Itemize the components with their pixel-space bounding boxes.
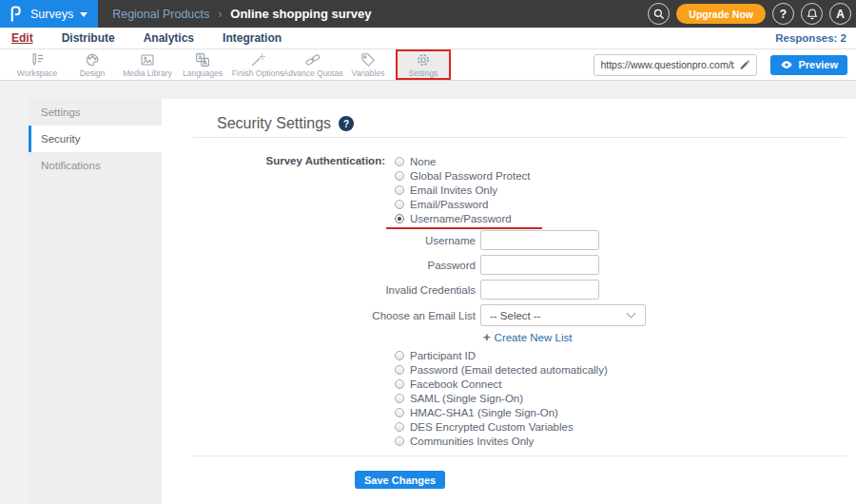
create-new-list-label: Create New List: [495, 332, 573, 343]
password-input[interactable]: [480, 255, 599, 275]
settings-icon: [416, 52, 431, 68]
page-title: Security Settings: [217, 115, 331, 132]
content-area: SettingsSecurityNotifications Security S…: [0, 81, 856, 504]
radio-icon: [395, 394, 404, 403]
survey-title: Online shopping survey: [230, 7, 371, 21]
avatar[interactable]: A: [829, 3, 851, 25]
radio-option-facebook-connect[interactable]: Facebook Connect: [395, 377, 856, 391]
save-row: Save Changes: [162, 471, 856, 489]
radio-option-label: Email/Password: [410, 199, 488, 210]
radio-option-email-invites-only[interactable]: Email Invites Only: [395, 183, 531, 197]
password-row: Password: [162, 255, 856, 275]
radio-icon: [395, 185, 404, 195]
tab-integration[interactable]: Integration: [223, 31, 282, 45]
chevron-down-icon: [626, 312, 636, 320]
radio-option-label: Communities Invites Only: [410, 436, 534, 447]
variables-icon: [360, 52, 376, 68]
security-form: Survey Authentication: NoneGlobal Passwo…: [162, 154, 856, 489]
invalid-credentials-row: Invalid Credentials: [162, 280, 856, 300]
plus-icon: +: [483, 333, 491, 342]
radio-option-des-encrypted-custom-variables[interactable]: DES Encrypted Custom Variables: [395, 419, 856, 434]
survey-url-input[interactable]: [600, 59, 734, 70]
toolbar-item-design[interactable]: Design: [65, 49, 120, 80]
toolbar-item-media-library[interactable]: Media Library: [120, 49, 175, 80]
toolbar-right: Preview: [593, 49, 856, 80]
sidebar-item-notifications[interactable]: Notifications: [29, 152, 162, 179]
email-list-label: Choose an Email List: [162, 310, 476, 321]
radio-option-label: Participant ID: [410, 350, 476, 361]
username-input[interactable]: [480, 230, 599, 250]
radio-option-global-password-protect[interactable]: Global Password Protect: [395, 168, 531, 183]
red-underline-annotation: [386, 227, 542, 230]
toolbar-item-languages[interactable]: Languages: [175, 49, 230, 80]
toolbar-item-label: Languages: [183, 68, 223, 78]
surveys-menu[interactable]: Surveys: [0, 0, 98, 28]
radio-option-email-password[interactable]: Email/Password: [395, 197, 531, 211]
edit-url-button[interactable]: [738, 59, 750, 71]
radio-option-saml-single-sign-on[interactable]: SAML (Single Sign-On): [395, 391, 856, 405]
upgrade-now-button[interactable]: Upgrade Now: [676, 4, 766, 24]
toolbar-item-finish-options[interactable]: Finish Options: [230, 49, 285, 80]
toolbar-item-label: Media Library: [123, 68, 172, 78]
toolbar-item-label: Finish Options: [232, 68, 283, 78]
save-changes-button[interactable]: Save Changes: [355, 471, 445, 489]
design-icon: [85, 52, 100, 68]
top-header-bar: Surveys Regional Products › Online shopp…: [0, 0, 856, 28]
radio-option-label: Username/Password: [410, 213, 512, 224]
toolbar-items: WorkspaceDesignMedia LibraryLanguagesFin…: [10, 49, 451, 80]
notifications-button[interactable]: [801, 3, 823, 25]
radio-option-none[interactable]: None: [395, 154, 531, 168]
sidebar-item-security[interactable]: Security: [29, 126, 162, 152]
toolbar-item-variables[interactable]: Variables: [340, 49, 396, 80]
radio-option-password-email-detected-automatically[interactable]: Password (Email detected automatically): [395, 362, 856, 377]
survey-authentication-label: Survey Authentication:: [162, 154, 385, 225]
radio-option-label: Global Password Protect: [410, 170, 531, 182]
more-auth-options-group: Participant IDPassword (Email detected a…: [395, 348, 856, 448]
header-actions: Upgrade Now ? A: [648, 3, 856, 25]
sidebar-item-settings[interactable]: Settings: [29, 99, 162, 126]
search-button[interactable]: [648, 3, 670, 25]
preview-button[interactable]: Preview: [770, 55, 847, 75]
username-label: Username: [162, 235, 476, 246]
radio-option-hmac-sha1-single-sign-on[interactable]: HMAC-SHA1 (Single Sign-On): [395, 405, 856, 419]
radio-option-label: HMAC-SHA1 (Single Sign-On): [410, 407, 558, 418]
section-help-button[interactable]: ?: [339, 116, 354, 131]
radio-option-label: Facebook Connect: [410, 378, 502, 390]
radio-icon: [395, 422, 404, 432]
toolbar-item-settings[interactable]: Settings: [396, 49, 451, 80]
radio-icon: [395, 351, 404, 360]
nav-tabs: EditDistributeAnalyticsIntegration: [11, 31, 310, 45]
search-icon: [652, 8, 666, 21]
pencil-icon: [738, 59, 750, 71]
toolbar-item-advance-quotas[interactable]: Advance Quotas: [285, 49, 340, 80]
email-list-select[interactable]: -- Select --: [480, 304, 646, 326]
page-heading-row: Security Settings ?: [217, 114, 856, 133]
radio-option-label: DES Encrypted Custom Variables: [410, 421, 574, 433]
username-row: Username: [162, 230, 856, 250]
bell-icon: [806, 8, 819, 21]
toolbar-item-workspace[interactable]: Workspace: [10, 49, 65, 80]
radio-option-participant-id[interactable]: Participant ID: [395, 348, 856, 362]
languages-icon: [195, 52, 210, 68]
security-settings-panel: Security Settings ? Survey Authenticatio…: [162, 99, 856, 504]
responses-count[interactable]: Responses: 2: [775, 32, 856, 44]
survey-toolbar: WorkspaceDesignMedia LibraryLanguagesFin…: [0, 49, 856, 81]
radio-icon: [395, 379, 404, 389]
radio-option-username-password[interactable]: Username/Password: [395, 211, 531, 225]
tab-edit[interactable]: Edit: [11, 31, 33, 45]
breadcrumb-folder-link[interactable]: Regional Products: [112, 8, 209, 21]
tab-analytics[interactable]: Analytics: [144, 31, 194, 45]
finish-options-icon: [250, 52, 265, 68]
toolbar-item-label: Advance Quotas: [283, 68, 343, 78]
auth-options-group: NoneGlobal Password ProtectEmail Invites…: [395, 154, 531, 225]
radio-option-communities-invites-only[interactable]: Communities Invites Only: [395, 434, 856, 448]
tab-distribute[interactable]: Distribute: [62, 31, 115, 45]
create-new-list-link[interactable]: + Create New List: [483, 332, 856, 343]
nav-tabs-bar: EditDistributeAnalyticsIntegration Respo…: [0, 28, 856, 49]
help-button[interactable]: ?: [772, 3, 794, 25]
footer-divider: [193, 456, 846, 456]
invalid-credentials-input[interactable]: [480, 280, 599, 300]
email-list-selected-value: -- Select --: [490, 310, 541, 321]
app-window: Surveys Regional Products › Online shopp…: [0, 0, 856, 504]
radio-icon: [395, 171, 404, 181]
